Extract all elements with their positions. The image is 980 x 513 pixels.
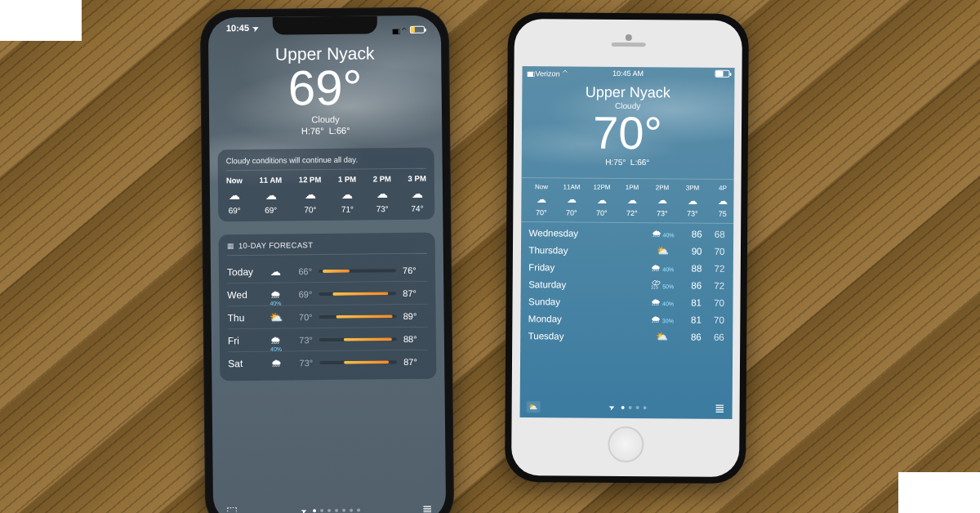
page-dot[interactable] (327, 509, 331, 512)
page-dot[interactable] (628, 406, 631, 409)
high-temp: 86 (679, 229, 702, 239)
hourly-column: 1PM ☁ 72° (618, 184, 646, 217)
location-arrow-icon (252, 23, 259, 33)
page-dot[interactable] (621, 406, 624, 409)
hour-temp: 73° (657, 209, 668, 217)
page-dot[interactable] (635, 406, 639, 409)
cloud-icon: ☁ (537, 194, 546, 205)
wifi-icon (402, 22, 407, 37)
page-dot[interactable] (320, 509, 323, 512)
hour-label: 3PM (686, 185, 700, 192)
low-temp: 70° (288, 312, 313, 322)
daily-row[interactable]: Friday 🌧40% 88 72 (528, 258, 724, 277)
page-dot[interactable] (350, 509, 353, 512)
daily-row[interactable]: Wednesday 🌧40% 86 68 (529, 224, 725, 243)
page-dot[interactable] (357, 509, 360, 512)
page-dot[interactable] (335, 509, 338, 512)
page-dots[interactable] (608, 404, 646, 412)
hour-label: 1 PM (338, 175, 356, 184)
hour-temp: 70° (566, 208, 577, 216)
daily-row[interactable]: Sunday 🌧40% 81 70 (528, 292, 724, 311)
phone-right-device: Verizon 10:45 AM Upper Nyack Cloudy 70° … (505, 12, 749, 484)
cloud-icon: ☁ (657, 194, 667, 206)
daily-forecast-list[interactable]: Wednesday 🌧40% 86 68Thursday ⛅ 90 70Frid… (520, 222, 733, 346)
hour-label: Now (535, 183, 548, 190)
condition-label: Cloudy (522, 100, 734, 111)
high-temp: 81 (679, 297, 702, 307)
signal-icon (392, 22, 399, 37)
condition-label: Cloudy (209, 114, 442, 126)
home-button[interactable] (608, 426, 644, 462)
precip-label: 50% (662, 283, 674, 289)
high-temp: 86 (679, 332, 702, 341)
hourly-column: 12 PM ☁ 70° (299, 175, 322, 214)
daily-row[interactable]: Monday 🌧30% 81 70 (528, 310, 724, 328)
hour-temp: 73° (687, 210, 698, 218)
day-label: Wed (227, 288, 263, 300)
high-temp: 86 (679, 280, 702, 290)
daily-row[interactable]: Tuesday ⛅ 86 66 (528, 327, 724, 346)
forecast-row[interactable]: Thu ⛅ 70° 89° (227, 304, 427, 329)
bezel-top (514, 19, 742, 68)
hour-label: 11AM (564, 183, 581, 190)
hourly-forecast-strip[interactable]: Now ☁ 70°11AM ☁ 70°12PM ☁ 70°1PM ☁ 72°2P… (521, 177, 733, 224)
page-dots[interactable] (301, 506, 360, 513)
forecast-row[interactable]: Fri 🌧40% 73° 88° (228, 327, 428, 352)
high-temp: 76° (403, 265, 427, 274)
page-dot[interactable] (342, 509, 345, 512)
high-temp: 81 (679, 314, 702, 324)
hour-temp: 70° (304, 205, 316, 214)
phone-right-screen: Verizon 10:45 AM Upper Nyack Cloudy 70° … (519, 66, 734, 419)
high-temp: 88 (679, 263, 702, 273)
cloud-icon: ☁ (688, 195, 697, 207)
cloud-icon: ☁ (229, 189, 240, 202)
earpiece-speaker (611, 42, 645, 47)
high-temp: 88° (403, 333, 428, 343)
location-arrow-icon (301, 506, 307, 513)
location-list-icon[interactable] (715, 401, 725, 416)
weather-icon: ⛈50% (646, 279, 679, 291)
hour-label: Now (226, 176, 243, 185)
weather-icon: ⛅ (646, 331, 679, 342)
location-arrow-icon (608, 404, 615, 412)
hour-temp: 74° (411, 204, 423, 213)
day-label: Sunday (528, 297, 646, 307)
location-name: Upper Nyack (522, 83, 734, 102)
cloud-icon: ☁ (341, 188, 353, 201)
hourly-forecast-card[interactable]: Cloudy conditions will continue all day.… (217, 148, 434, 222)
phone-left-device: 10:45 Upper Nyack 69° Cloudy H:76° L:66°… (200, 7, 455, 513)
page-dot[interactable] (643, 406, 646, 409)
location-list-icon[interactable] (422, 502, 433, 513)
high-temp: 87° (403, 356, 428, 366)
notch (272, 16, 376, 34)
hour-label: 2 PM (373, 174, 391, 183)
daily-row[interactable]: Thursday ⛅ 90 70 (528, 241, 724, 260)
ten-day-forecast-card[interactable]: 10-DAY FORECAST Today ☁ 66° 76°Wed 🌧40% … (219, 233, 437, 381)
weather-icon: 🌧40% (646, 262, 679, 274)
hourly-column: 3 PM ☁ 74° (408, 174, 427, 213)
hour-label: 2PM (656, 184, 670, 191)
daily-row[interactable]: Saturday ⛈50% 86 72 (528, 275, 724, 294)
precip-label: 40% (663, 232, 675, 238)
hourly-column: 3PM ☁ 73° (679, 184, 706, 217)
hourly-column: 1 PM ☁ 71° (338, 175, 357, 214)
low-temp: 72 (702, 263, 724, 273)
cloud-icon: ☁ (597, 194, 607, 206)
high-temp: 87° (403, 288, 427, 297)
day-label: Wednesday (529, 228, 647, 239)
day-label: Thursday (528, 245, 646, 256)
forecast-row[interactable]: Wed 🌧40% 69° 87° (227, 281, 427, 306)
hour-temp: 69° (229, 206, 241, 215)
forecast-row[interactable]: Today ☁ 66° 76° (227, 259, 427, 283)
page-dot[interactable] (313, 509, 316, 512)
hour-temp: 69° (265, 206, 277, 215)
hour-temp: 70° (536, 208, 547, 216)
hour-temp: 73° (376, 204, 389, 213)
low-temp: 70 (702, 314, 724, 324)
forecast-row[interactable]: Sat 🌧 73° 87° (228, 350, 428, 375)
low-temp: 70 (702, 297, 724, 307)
cloud-icon: ☁ (718, 195, 728, 207)
precip-label: 40% (662, 266, 674, 272)
weather-channel-icon[interactable]: ⛅ (526, 401, 540, 413)
map-icon[interactable] (226, 504, 238, 513)
